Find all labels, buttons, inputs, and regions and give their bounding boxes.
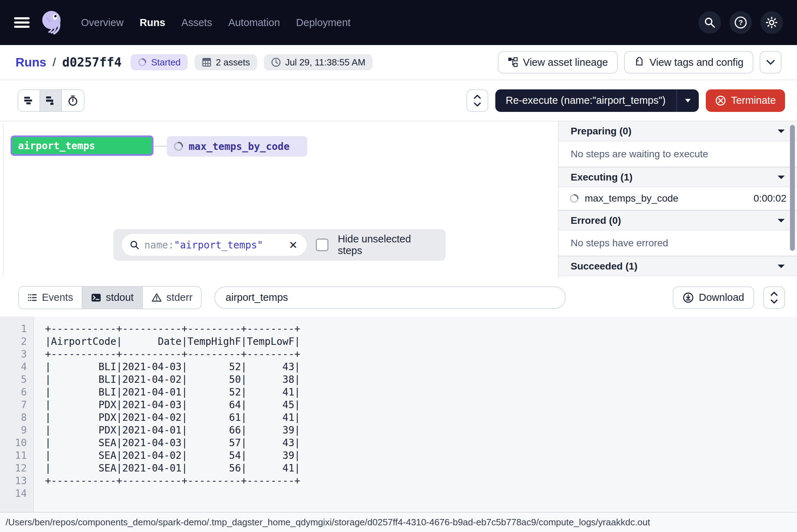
tab-stderr[interactable]: stderr xyxy=(143,287,201,309)
line-text: | BLI|2021-04-03| 52| 43| xyxy=(34,361,300,373)
re-execute-dropdown-button[interactable] xyxy=(676,89,699,112)
waterfall-gantt-view-button[interactable] xyxy=(40,90,62,111)
line-text: | PDX|2021-04-01| 66| 39| xyxy=(34,424,300,436)
search-icon xyxy=(130,240,139,250)
line-text: | SEA|2021-04-02| 54| 39| xyxy=(34,450,300,461)
settings-button[interactable] xyxy=(760,11,783,34)
nav-item-automation[interactable]: Automation xyxy=(228,17,280,28)
dagster-logo-icon[interactable] xyxy=(39,10,65,36)
executing-step-elapsed: 0:00:02 xyxy=(754,193,786,204)
nav-item-deployment[interactable]: Deployment xyxy=(296,17,351,28)
chevron-down-icon xyxy=(777,175,785,180)
download-button[interactable]: Download xyxy=(673,286,754,309)
view-mode-toggle xyxy=(18,89,84,112)
stopwatch-icon xyxy=(68,95,78,106)
line-text: | PDX|2021-04-03| 64| 45| xyxy=(34,399,300,411)
terminal-icon xyxy=(91,293,101,302)
logs-toolbar: Events stdout stderr airport_temps xyxy=(0,278,797,317)
waterfall-gantt-icon xyxy=(45,96,56,106)
expand-logs-button[interactable] xyxy=(763,286,785,309)
nav-item-assets[interactable]: Assets xyxy=(181,17,212,28)
preparing-empty-message: No steps are waiting to execute xyxy=(559,141,797,167)
tab-events[interactable]: Events xyxy=(19,287,82,309)
flat-gantt-view-button[interactable] xyxy=(18,90,40,111)
step-node-label: max_temps_by_code xyxy=(189,141,290,152)
line-text: | SEA|2021-04-03| 57| 43| xyxy=(34,437,300,449)
header-more-button[interactable] xyxy=(760,51,782,74)
panel-scrollbar[interactable] xyxy=(790,125,795,251)
terminate-icon xyxy=(715,95,726,106)
log-line: 12| SEA|2021-04-01| 56| 41| xyxy=(0,462,797,474)
nav-items: Overview Runs Assets Automation Deployme… xyxy=(81,17,351,28)
line-number: 7 xyxy=(0,399,34,411)
log-line: 9| PDX|2021-04-01| 66| 39| xyxy=(0,424,797,436)
tab-stdout[interactable]: stdout xyxy=(82,287,143,309)
terminate-button[interactable]: Terminate xyxy=(706,89,785,112)
section-errored[interactable]: Errored (0) xyxy=(559,210,797,230)
executing-step-name: max_temps_by_code xyxy=(585,193,678,204)
gantt-graph[interactable]: airport_temps max_temps_by_code name:"ai… xyxy=(0,121,558,278)
re-execute-split-button: Re-execute (name:"airport_temps") xyxy=(495,89,699,112)
line-number: 11 xyxy=(0,450,34,461)
hide-unselected-checkbox[interactable] xyxy=(316,239,328,251)
executing-spinner-icon xyxy=(569,194,579,203)
nav-item-overview[interactable]: Overview xyxy=(81,17,124,28)
flat-gantt-icon xyxy=(24,96,34,105)
search-query-value: "airport_temps" xyxy=(174,239,263,251)
log-line: 7| PDX|2021-04-03| 64| 45| xyxy=(0,398,797,411)
run-gantt-section: airport_temps max_temps_by_code name:"ai… xyxy=(0,121,797,278)
svg-text:?: ? xyxy=(739,19,743,26)
run-timestamp-badge: Jul 29, 11:38:55 AM xyxy=(264,54,372,70)
menu-icon[interactable] xyxy=(14,17,30,28)
log-line: 2|AirportCode| Date|TempHighF|TempLowF| xyxy=(0,335,797,348)
help-icon: ? xyxy=(734,16,747,29)
view-asset-lineage-button[interactable]: View asset lineage xyxy=(498,51,618,74)
stdout-log-viewer[interactable]: 1+-----------+----------+---------+-----… xyxy=(0,317,797,512)
line-text: +-----------+----------+---------+------… xyxy=(34,348,300,360)
zoom-fit-button[interactable] xyxy=(466,89,488,112)
line-number: 6 xyxy=(0,386,34,398)
line-number: 5 xyxy=(0,374,34,385)
log-lines: 1+-----------+----------+---------+-----… xyxy=(0,317,797,500)
log-line: 6| BLI|2021-04-01| 52| 41| xyxy=(0,386,797,398)
line-number: 13 xyxy=(0,475,34,487)
chevron-down-icon xyxy=(777,264,785,269)
line-number: 10 xyxy=(0,437,34,449)
expand-vertical-icon xyxy=(770,292,778,304)
chevron-down-icon xyxy=(777,129,785,134)
run-id: d0257ff4 xyxy=(62,55,122,69)
step-search-input[interactable]: name:"airport_temps" ✕ xyxy=(122,234,307,256)
step-node-max-temps-by-code[interactable]: max_temps_by_code xyxy=(167,136,307,157)
timer-view-button[interactable] xyxy=(62,90,84,111)
step-node-airport-temps[interactable]: airport_temps xyxy=(11,135,153,156)
view-tags-config-button[interactable]: View tags and config xyxy=(624,51,753,74)
breadcrumb-runs-link[interactable]: Runs xyxy=(15,55,46,69)
line-number: 8 xyxy=(0,412,34,423)
search-button[interactable] xyxy=(698,11,721,34)
line-number: 1 xyxy=(0,323,34,335)
section-succeeded[interactable]: Succeeded (1) xyxy=(559,256,797,276)
download-icon xyxy=(683,292,694,303)
log-line: 1+-----------+----------+---------+-----… xyxy=(0,322,797,335)
section-preparing[interactable]: Preparing (0) xyxy=(559,121,797,141)
line-text: |AirportCode| Date|TempHighF|TempLowF| xyxy=(34,336,300,347)
executing-step-row[interactable]: max_temps_by_code 0:00:02 xyxy=(559,187,797,210)
log-type-tabs: Events stdout stderr xyxy=(18,286,202,309)
clear-search-icon[interactable]: ✕ xyxy=(287,239,299,251)
line-text: | BLI|2021-04-02| 50| 38| xyxy=(34,374,300,385)
hide-unselected-label: Hide unselected steps xyxy=(338,233,437,256)
nav-item-runs[interactable]: Runs xyxy=(140,17,165,28)
section-executing[interactable]: Executing (1) xyxy=(559,167,797,187)
top-nav: Overview Runs Assets Automation Deployme… xyxy=(0,0,797,45)
chevron-down-icon xyxy=(777,218,785,223)
assets-badge[interactable]: 2 assets xyxy=(195,54,257,70)
errored-empty-message: No steps have errored xyxy=(559,230,797,256)
gear-icon xyxy=(765,16,778,29)
tag-icon xyxy=(634,57,645,68)
help-button[interactable]: ? xyxy=(729,11,752,34)
step-node-label: airport_temps xyxy=(18,140,95,152)
log-step-filter-input[interactable]: airport_temps xyxy=(214,286,566,309)
log-line: 11| SEA|2021-04-02| 54| 39| xyxy=(0,449,797,462)
caret-down-icon xyxy=(685,99,691,103)
re-execute-button[interactable]: Re-execute (name:"airport_temps") xyxy=(495,89,676,112)
